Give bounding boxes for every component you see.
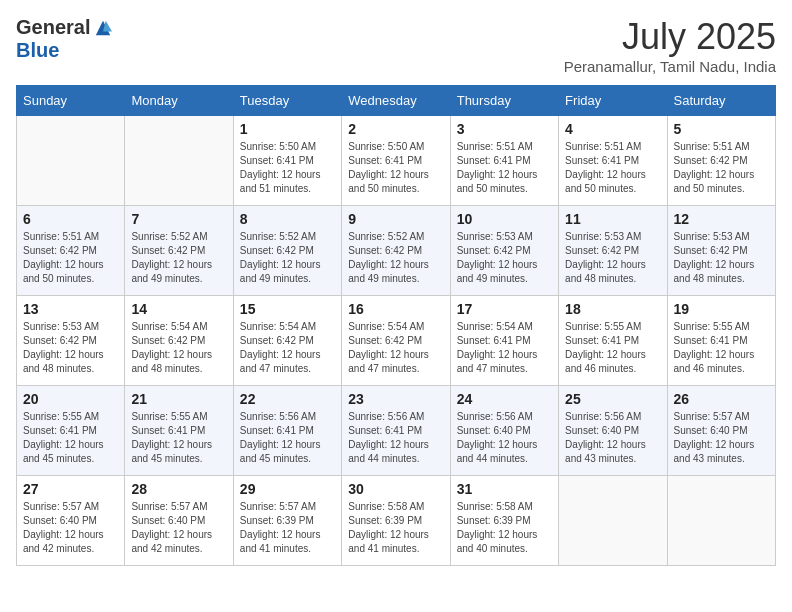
day-cell: 30Sunrise: 5:58 AMSunset: 6:39 PMDayligh…	[342, 476, 450, 566]
day-number: 1	[240, 121, 335, 137]
week-row-3: 13Sunrise: 5:53 AMSunset: 6:42 PMDayligh…	[17, 296, 776, 386]
day-number: 18	[565, 301, 660, 317]
day-number: 29	[240, 481, 335, 497]
day-number: 27	[23, 481, 118, 497]
day-info: Sunrise: 5:52 AMSunset: 6:42 PMDaylight:…	[348, 230, 443, 286]
day-info: Sunrise: 5:54 AMSunset: 6:41 PMDaylight:…	[457, 320, 552, 376]
day-info: Sunrise: 5:53 AMSunset: 6:42 PMDaylight:…	[23, 320, 118, 376]
day-number: 14	[131, 301, 226, 317]
day-cell: 17Sunrise: 5:54 AMSunset: 6:41 PMDayligh…	[450, 296, 558, 386]
day-number: 23	[348, 391, 443, 407]
day-cell	[667, 476, 775, 566]
day-cell: 12Sunrise: 5:53 AMSunset: 6:42 PMDayligh…	[667, 206, 775, 296]
day-cell: 27Sunrise: 5:57 AMSunset: 6:40 PMDayligh…	[17, 476, 125, 566]
day-info: Sunrise: 5:58 AMSunset: 6:39 PMDaylight:…	[348, 500, 443, 556]
day-cell: 15Sunrise: 5:54 AMSunset: 6:42 PMDayligh…	[233, 296, 341, 386]
day-number: 11	[565, 211, 660, 227]
day-info: Sunrise: 5:53 AMSunset: 6:42 PMDaylight:…	[674, 230, 769, 286]
day-cell: 22Sunrise: 5:56 AMSunset: 6:41 PMDayligh…	[233, 386, 341, 476]
day-number: 10	[457, 211, 552, 227]
day-cell: 6Sunrise: 5:51 AMSunset: 6:42 PMDaylight…	[17, 206, 125, 296]
day-info: Sunrise: 5:57 AMSunset: 6:40 PMDaylight:…	[23, 500, 118, 556]
title-area: July 2025 Peranamallur, Tamil Nadu, Indi…	[564, 16, 776, 75]
day-info: Sunrise: 5:51 AMSunset: 6:42 PMDaylight:…	[23, 230, 118, 286]
day-number: 24	[457, 391, 552, 407]
day-cell: 18Sunrise: 5:55 AMSunset: 6:41 PMDayligh…	[559, 296, 667, 386]
day-number: 21	[131, 391, 226, 407]
logo-general-text: General	[16, 16, 90, 39]
day-info: Sunrise: 5:50 AMSunset: 6:41 PMDaylight:…	[240, 140, 335, 196]
day-number: 6	[23, 211, 118, 227]
day-info: Sunrise: 5:58 AMSunset: 6:39 PMDaylight:…	[457, 500, 552, 556]
day-cell: 23Sunrise: 5:56 AMSunset: 6:41 PMDayligh…	[342, 386, 450, 476]
day-number: 22	[240, 391, 335, 407]
day-cell: 4Sunrise: 5:51 AMSunset: 6:41 PMDaylight…	[559, 116, 667, 206]
day-number: 12	[674, 211, 769, 227]
day-info: Sunrise: 5:51 AMSunset: 6:41 PMDaylight:…	[457, 140, 552, 196]
logo-blue-text: Blue	[16, 39, 59, 62]
day-number: 26	[674, 391, 769, 407]
day-cell: 1Sunrise: 5:50 AMSunset: 6:41 PMDaylight…	[233, 116, 341, 206]
week-row-1: 1Sunrise: 5:50 AMSunset: 6:41 PMDaylight…	[17, 116, 776, 206]
day-info: Sunrise: 5:53 AMSunset: 6:42 PMDaylight:…	[565, 230, 660, 286]
day-cell: 9Sunrise: 5:52 AMSunset: 6:42 PMDaylight…	[342, 206, 450, 296]
day-cell: 5Sunrise: 5:51 AMSunset: 6:42 PMDaylight…	[667, 116, 775, 206]
day-number: 5	[674, 121, 769, 137]
day-cell: 28Sunrise: 5:57 AMSunset: 6:40 PMDayligh…	[125, 476, 233, 566]
day-number: 8	[240, 211, 335, 227]
day-info: Sunrise: 5:56 AMSunset: 6:40 PMDaylight:…	[457, 410, 552, 466]
day-cell: 11Sunrise: 5:53 AMSunset: 6:42 PMDayligh…	[559, 206, 667, 296]
week-row-5: 27Sunrise: 5:57 AMSunset: 6:40 PMDayligh…	[17, 476, 776, 566]
logo-icon	[94, 19, 112, 37]
day-info: Sunrise: 5:52 AMSunset: 6:42 PMDaylight:…	[131, 230, 226, 286]
day-info: Sunrise: 5:54 AMSunset: 6:42 PMDaylight:…	[131, 320, 226, 376]
weekday-header-saturday: Saturday	[667, 86, 775, 116]
day-cell: 16Sunrise: 5:54 AMSunset: 6:42 PMDayligh…	[342, 296, 450, 386]
weekday-header-thursday: Thursday	[450, 86, 558, 116]
day-number: 7	[131, 211, 226, 227]
day-number: 19	[674, 301, 769, 317]
day-cell: 13Sunrise: 5:53 AMSunset: 6:42 PMDayligh…	[17, 296, 125, 386]
day-number: 28	[131, 481, 226, 497]
day-info: Sunrise: 5:55 AMSunset: 6:41 PMDaylight:…	[565, 320, 660, 376]
weekday-header-friday: Friday	[559, 86, 667, 116]
day-cell: 3Sunrise: 5:51 AMSunset: 6:41 PMDaylight…	[450, 116, 558, 206]
day-number: 20	[23, 391, 118, 407]
day-info: Sunrise: 5:54 AMSunset: 6:42 PMDaylight:…	[348, 320, 443, 376]
day-info: Sunrise: 5:56 AMSunset: 6:41 PMDaylight:…	[348, 410, 443, 466]
day-cell	[559, 476, 667, 566]
month-title: July 2025	[564, 16, 776, 58]
day-cell: 8Sunrise: 5:52 AMSunset: 6:42 PMDaylight…	[233, 206, 341, 296]
day-cell: 25Sunrise: 5:56 AMSunset: 6:40 PMDayligh…	[559, 386, 667, 476]
day-number: 31	[457, 481, 552, 497]
day-cell: 31Sunrise: 5:58 AMSunset: 6:39 PMDayligh…	[450, 476, 558, 566]
day-number: 30	[348, 481, 443, 497]
day-number: 4	[565, 121, 660, 137]
week-row-2: 6Sunrise: 5:51 AMSunset: 6:42 PMDaylight…	[17, 206, 776, 296]
weekday-header-wednesday: Wednesday	[342, 86, 450, 116]
logo: General Blue	[16, 16, 112, 62]
day-info: Sunrise: 5:55 AMSunset: 6:41 PMDaylight:…	[674, 320, 769, 376]
page-header: General Blue July 2025 Peranamallur, Tam…	[16, 16, 776, 75]
day-info: Sunrise: 5:54 AMSunset: 6:42 PMDaylight:…	[240, 320, 335, 376]
day-info: Sunrise: 5:53 AMSunset: 6:42 PMDaylight:…	[457, 230, 552, 286]
day-cell: 14Sunrise: 5:54 AMSunset: 6:42 PMDayligh…	[125, 296, 233, 386]
weekday-header-sunday: Sunday	[17, 86, 125, 116]
day-number: 25	[565, 391, 660, 407]
week-row-4: 20Sunrise: 5:55 AMSunset: 6:41 PMDayligh…	[17, 386, 776, 476]
day-info: Sunrise: 5:56 AMSunset: 6:41 PMDaylight:…	[240, 410, 335, 466]
day-info: Sunrise: 5:57 AMSunset: 6:39 PMDaylight:…	[240, 500, 335, 556]
day-number: 3	[457, 121, 552, 137]
day-number: 2	[348, 121, 443, 137]
weekday-header-monday: Monday	[125, 86, 233, 116]
day-number: 9	[348, 211, 443, 227]
location: Peranamallur, Tamil Nadu, India	[564, 58, 776, 75]
day-cell: 29Sunrise: 5:57 AMSunset: 6:39 PMDayligh…	[233, 476, 341, 566]
day-cell: 21Sunrise: 5:55 AMSunset: 6:41 PMDayligh…	[125, 386, 233, 476]
day-cell	[17, 116, 125, 206]
day-info: Sunrise: 5:56 AMSunset: 6:40 PMDaylight:…	[565, 410, 660, 466]
weekday-header-tuesday: Tuesday	[233, 86, 341, 116]
day-info: Sunrise: 5:55 AMSunset: 6:41 PMDaylight:…	[23, 410, 118, 466]
weekday-header-row: SundayMondayTuesdayWednesdayThursdayFrid…	[17, 86, 776, 116]
day-number: 17	[457, 301, 552, 317]
